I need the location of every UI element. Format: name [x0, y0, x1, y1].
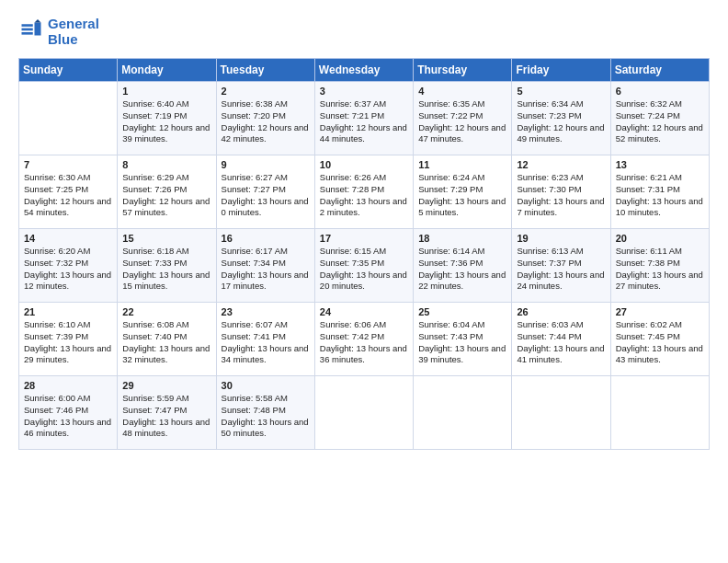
day-number: 12	[517, 159, 605, 170]
calendar-day-header: Saturday	[610, 59, 709, 82]
day-number: 14	[24, 233, 112, 244]
day-number: 18	[418, 233, 506, 244]
cell-content: Sunrise: 6:30 AMSunset: 7:25 PMDaylight:…	[24, 172, 112, 219]
cell-content: Sunrise: 6:34 AMSunset: 7:23 PMDaylight:…	[517, 98, 605, 145]
calendar-cell: 8Sunrise: 6:29 AMSunset: 7:26 PMDaylight…	[118, 155, 216, 229]
cell-content: Sunrise: 5:59 AMSunset: 7:47 PMDaylight:…	[122, 393, 210, 440]
calendar-cell: 22Sunrise: 6:08 AMSunset: 7:40 PMDayligh…	[118, 303, 216, 376]
calendar-cell	[610, 376, 709, 450]
calendar-cell: 20Sunrise: 6:11 AMSunset: 7:38 PMDayligh…	[610, 229, 709, 303]
cell-content: Sunrise: 6:10 AMSunset: 7:39 PMDaylight:…	[24, 319, 112, 366]
day-number: 5	[517, 86, 605, 97]
calendar-cell: 23Sunrise: 6:07 AMSunset: 7:41 PMDayligh…	[216, 303, 314, 376]
calendar-day-header: Wednesday	[314, 59, 413, 82]
calendar-cell: 28Sunrise: 6:00 AMSunset: 7:46 PMDayligh…	[19, 376, 118, 450]
cell-content: Sunrise: 6:21 AMSunset: 7:31 PMDaylight:…	[616, 172, 704, 219]
calendar-cell: 27Sunrise: 6:02 AMSunset: 7:45 PMDayligh…	[610, 303, 709, 376]
cell-content: Sunrise: 6:27 AMSunset: 7:27 PMDaylight:…	[222, 172, 310, 219]
day-number: 21	[24, 306, 112, 317]
calendar-cell: 30Sunrise: 5:58 AMSunset: 7:48 PMDayligh…	[216, 376, 314, 450]
calendar-cell	[314, 376, 413, 450]
cell-content: Sunrise: 6:18 AMSunset: 7:33 PMDaylight:…	[122, 246, 210, 293]
day-number: 7	[24, 159, 112, 170]
calendar-day-header: Monday	[118, 59, 216, 82]
calendar-cell: 21Sunrise: 6:10 AMSunset: 7:39 PMDayligh…	[19, 303, 118, 376]
day-number: 24	[320, 306, 408, 317]
day-number: 28	[24, 380, 112, 391]
day-number: 29	[122, 380, 210, 391]
cell-content: Sunrise: 6:29 AMSunset: 7:26 PMDaylight:…	[122, 172, 210, 219]
calendar-cell: 2Sunrise: 6:38 AMSunset: 7:20 PMDaylight…	[216, 82, 314, 155]
calendar-week-row: 21Sunrise: 6:10 AMSunset: 7:39 PMDayligh…	[19, 303, 710, 376]
calendar-cell: 5Sunrise: 6:34 AMSunset: 7:23 PMDaylight…	[512, 82, 610, 155]
calendar-cell: 6Sunrise: 6:32 AMSunset: 7:24 PMDaylight…	[610, 82, 709, 155]
calendar-cell: 7Sunrise: 6:30 AMSunset: 7:25 PMDaylight…	[19, 155, 118, 229]
day-number: 2	[222, 86, 310, 97]
cell-content: Sunrise: 6:40 AMSunset: 7:19 PMDaylight:…	[122, 98, 210, 145]
calendar-cell: 14Sunrise: 6:20 AMSunset: 7:32 PMDayligh…	[19, 229, 118, 303]
cell-content: Sunrise: 6:11 AMSunset: 7:38 PMDaylight:…	[616, 246, 704, 293]
calendar-week-row: 1Sunrise: 6:40 AMSunset: 7:19 PMDaylight…	[19, 82, 710, 155]
cell-content: Sunrise: 6:20 AMSunset: 7:32 PMDaylight:…	[24, 246, 112, 293]
cell-content: Sunrise: 6:38 AMSunset: 7:20 PMDaylight:…	[222, 98, 310, 145]
svg-rect-3	[22, 28, 33, 30]
calendar-header-row: SundayMondayTuesdayWednesdayThursdayFrid…	[19, 59, 710, 82]
calendar-cell	[512, 376, 610, 450]
cell-content: Sunrise: 6:04 AMSunset: 7:43 PMDaylight:…	[418, 319, 506, 366]
calendar-cell	[414, 376, 512, 450]
calendar-cell: 17Sunrise: 6:15 AMSunset: 7:35 PMDayligh…	[314, 229, 413, 303]
svg-rect-2	[22, 24, 33, 27]
cell-content: Sunrise: 6:00 AMSunset: 7:46 PMDaylight:…	[24, 393, 112, 440]
cell-content: Sunrise: 6:07 AMSunset: 7:41 PMDaylight:…	[222, 319, 310, 366]
day-number: 27	[616, 306, 704, 317]
calendar-cell: 18Sunrise: 6:14 AMSunset: 7:36 PMDayligh…	[414, 229, 512, 303]
day-number: 13	[616, 159, 704, 170]
calendar-cell: 11Sunrise: 6:24 AMSunset: 7:29 PMDayligh…	[414, 155, 512, 229]
cell-content: Sunrise: 6:24 AMSunset: 7:29 PMDaylight:…	[418, 172, 506, 219]
day-number: 4	[418, 86, 506, 97]
calendar-week-row: 28Sunrise: 6:00 AMSunset: 7:46 PMDayligh…	[19, 376, 710, 450]
cell-content: Sunrise: 6:14 AMSunset: 7:36 PMDaylight:…	[418, 246, 506, 293]
cell-content: Sunrise: 6:37 AMSunset: 7:21 PMDaylight:…	[320, 98, 408, 145]
calendar-cell: 16Sunrise: 6:17 AMSunset: 7:34 PMDayligh…	[216, 229, 314, 303]
calendar-week-row: 14Sunrise: 6:20 AMSunset: 7:32 PMDayligh…	[19, 229, 710, 303]
day-number: 3	[320, 86, 408, 97]
day-number: 25	[418, 306, 506, 317]
day-number: 20	[616, 233, 704, 244]
cell-content: Sunrise: 6:02 AMSunset: 7:45 PMDaylight:…	[616, 319, 704, 366]
cell-content: Sunrise: 6:23 AMSunset: 7:30 PMDaylight:…	[517, 172, 605, 219]
cell-content: Sunrise: 6:26 AMSunset: 7:28 PMDaylight:…	[320, 172, 408, 219]
day-number: 6	[616, 86, 704, 97]
cell-content: Sunrise: 6:08 AMSunset: 7:40 PMDaylight:…	[122, 319, 210, 366]
day-number: 9	[222, 159, 310, 170]
calendar-cell: 15Sunrise: 6:18 AMSunset: 7:33 PMDayligh…	[118, 229, 216, 303]
calendar-cell: 26Sunrise: 6:03 AMSunset: 7:44 PMDayligh…	[512, 303, 610, 376]
svg-rect-4	[22, 32, 33, 35]
day-number: 30	[222, 380, 310, 391]
calendar-day-header: Sunday	[19, 59, 118, 82]
logo-icon	[18, 19, 44, 45]
calendar-cell: 9Sunrise: 6:27 AMSunset: 7:27 PMDaylight…	[216, 155, 314, 229]
calendar-cell: 12Sunrise: 6:23 AMSunset: 7:30 PMDayligh…	[512, 155, 610, 229]
cell-content: Sunrise: 6:03 AMSunset: 7:44 PMDaylight:…	[517, 319, 605, 366]
calendar-week-row: 7Sunrise: 6:30 AMSunset: 7:25 PMDaylight…	[19, 155, 710, 229]
day-number: 16	[222, 233, 310, 244]
calendar-cell: 3Sunrise: 6:37 AMSunset: 7:21 PMDaylight…	[314, 82, 413, 155]
day-number: 26	[517, 306, 605, 317]
cell-content: Sunrise: 6:35 AMSunset: 7:22 PMDaylight:…	[418, 98, 506, 145]
svg-marker-0	[35, 22, 41, 35]
cell-content: Sunrise: 6:17 AMSunset: 7:34 PMDaylight:…	[222, 246, 310, 293]
day-number: 11	[418, 159, 506, 170]
svg-marker-1	[35, 19, 41, 23]
cell-content: Sunrise: 5:58 AMSunset: 7:48 PMDaylight:…	[222, 393, 310, 440]
calendar-cell: 25Sunrise: 6:04 AMSunset: 7:43 PMDayligh…	[414, 303, 512, 376]
day-number: 17	[320, 233, 408, 244]
cell-content: Sunrise: 6:32 AMSunset: 7:24 PMDaylight:…	[616, 98, 704, 145]
header: General Blue	[18, 17, 710, 47]
day-number: 10	[320, 159, 408, 170]
page: General Blue SundayMondayTuesdayWednesda…	[0, 0, 728, 563]
cell-content: Sunrise: 6:15 AMSunset: 7:35 PMDaylight:…	[320, 246, 408, 293]
day-number: 8	[122, 159, 210, 170]
calendar-cell: 10Sunrise: 6:26 AMSunset: 7:28 PMDayligh…	[314, 155, 413, 229]
cell-content: Sunrise: 6:13 AMSunset: 7:37 PMDaylight:…	[517, 246, 605, 293]
